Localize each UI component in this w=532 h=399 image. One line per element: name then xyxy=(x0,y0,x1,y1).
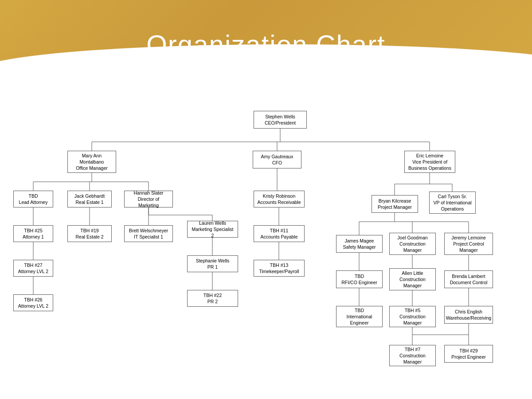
org-box-tbh13: TBH #13Timekeeper/Payroll xyxy=(254,260,305,277)
org-box-tbd_rfico: TBDRFI/CO Engineer xyxy=(336,270,383,288)
org-box-brenda_lambert: Brenda LambertDocument Control xyxy=(444,270,493,288)
org-box-bryan: Bryan KilcreaseProject Manager xyxy=(372,195,418,213)
org-box-kristy_robinson: Kristy RobinsonAccounts Receivable xyxy=(254,191,305,207)
org-box-tbh25: TBH #25Attorney 1 xyxy=(13,225,53,242)
org-box-tbd_intl: TBDInternationalEngineer xyxy=(336,306,383,327)
org-box-lauren: Lauren WellsMarketing Specialist 2 xyxy=(187,221,238,238)
page-title: Organization Chart xyxy=(146,29,386,60)
org-box-office_manager: Mary AnnMontalbanoOffice Manager xyxy=(67,151,116,173)
org-box-brett: Brett WelschmeyerIT Specialist 1 xyxy=(124,225,173,242)
org-box-joel_goodman: Joel GoodmanConstructionManager xyxy=(389,233,436,255)
org-chart-area: Stephen WellsCEO/PresidentMary AnnMontal… xyxy=(0,89,532,399)
org-box-jack_gebhardt: Jack GebhardtReal Estate 1 xyxy=(67,191,112,207)
org-box-tbh26: TBH #26Attorney LVL 2 xyxy=(13,294,53,311)
org-box-tbh5: TBH #5ConstructionManager xyxy=(389,306,436,327)
org-box-tbh7: TBH #7ConstructionManager xyxy=(389,345,436,366)
org-box-carl: Carl Tyson Sr.VP of InternationalOperati… xyxy=(429,192,476,214)
org-box-vp_biz: Eric LemoineVice President ofBusiness Op… xyxy=(404,151,455,173)
org-box-allen_little: Allen LittleConstructionManager xyxy=(389,268,436,290)
org-box-james_magee: James MageeSafety Manager xyxy=(336,235,383,253)
org-box-tbh19: TBH #19Real Estate 2 xyxy=(67,225,112,242)
org-box-cfo: Amy GautreauxCFO xyxy=(253,151,301,168)
org-box-stephanie: Stephanie WellsPR 1 xyxy=(187,255,238,272)
org-box-tbh27: TBH #27Attorney LVL 2 xyxy=(13,260,53,277)
org-box-tbd_attorney: TBDLead Attorney xyxy=(13,191,53,207)
org-box-jeremy_lemoine: Jeremy LemoineProject ControlManager xyxy=(444,233,493,255)
org-box-ceo: Stephen WellsCEO/President xyxy=(254,111,307,129)
org-box-tbh11: TBH #11Accounts Payable xyxy=(254,225,305,242)
org-box-chris_english: Chris EnglishWarehouse/Receiving xyxy=(444,306,493,324)
org-box-tbh22: TBH #22PR 2 xyxy=(187,290,238,307)
org-box-tbh29: TBH #29Project Engineer xyxy=(444,345,493,363)
org-box-hannah_slater: Hannah SlaterDirector of Marketing xyxy=(124,191,173,207)
header: Organization Chart xyxy=(0,0,532,89)
